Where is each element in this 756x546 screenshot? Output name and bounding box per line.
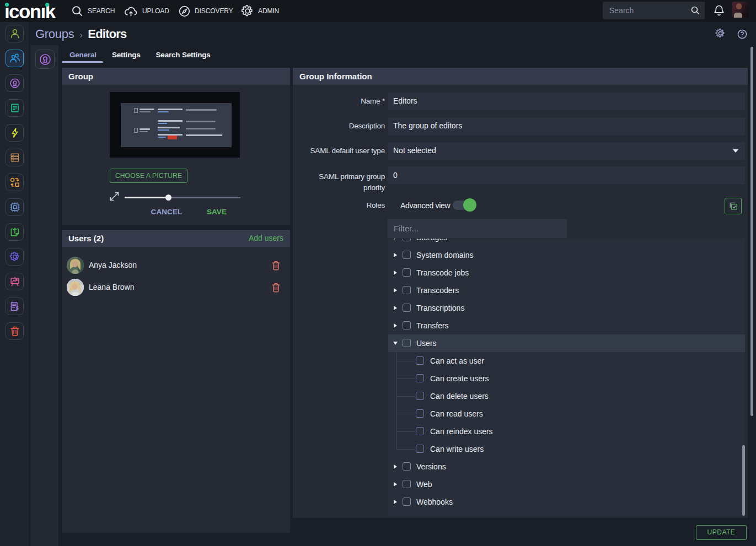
svg-text:$: $	[15, 305, 18, 311]
